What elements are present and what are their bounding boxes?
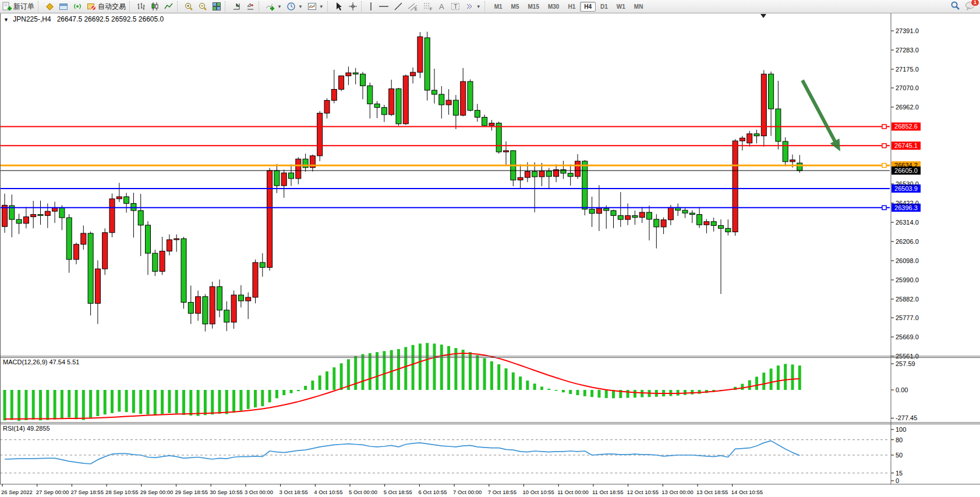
toolbar-separator [129,1,133,12]
candle [66,218,72,260]
collapse-triangle-icon[interactable]: ▼ [3,17,9,23]
vertical-line-button[interactable] [366,1,376,12]
candle [2,205,8,227]
candle [504,151,509,152]
text-button[interactable]: A [436,1,448,12]
candle [289,173,294,179]
svg-text:28 Sep 10:55: 28 Sep 10:55 [105,489,139,495]
tile-windows-button[interactable] [210,1,224,12]
fibonacci-icon: F [423,2,433,11]
svg-text:26530.0: 26530.0 [896,180,919,187]
line-handle[interactable] [882,144,886,148]
periods-button[interactable]: ▼ [284,1,305,12]
candle [797,163,802,171]
zoom-in-button[interactable] [182,1,196,12]
price-badge-label: 26852.6 [894,123,918,130]
svg-text:257.59: 257.59 [896,360,915,367]
chart-shift-button[interactable] [243,1,257,12]
candle [446,100,451,105]
candle [31,215,36,217]
candle [525,172,530,178]
svg-text:27391.0: 27391.0 [896,27,919,34]
horizontal-line-button[interactable] [376,1,391,12]
tab-timeframe-mn[interactable]: MN [630,2,648,12]
text-label-icon: T [451,2,460,11]
tab-timeframe-h4[interactable]: H4 [580,2,596,12]
svg-text:3 Oct 00:00: 3 Oct 00:00 [245,489,273,495]
templates-button[interactable]: ▼ [305,1,326,12]
crosshair-button[interactable] [346,1,360,12]
svg-text:25882.0: 25882.0 [896,296,919,303]
zoom-out-button[interactable] [196,1,210,12]
rsi-indicator-label: RSI(14) 49.2855 [3,425,50,432]
bar-chart-button[interactable] [134,1,148,12]
toolbar-separator [225,1,228,12]
tab-timeframe-w1[interactable]: W1 [613,2,629,12]
candle [532,172,537,177]
candle [754,134,759,136]
candle [518,178,523,180]
candle [632,215,638,217]
tab-timeframe-m15[interactable]: M15 [524,2,543,12]
search-icon[interactable] [950,1,960,12]
trendline-button[interactable] [391,1,405,12]
tab-timeframe-m5[interactable]: M5 [507,2,523,12]
chart-info-line[interactable]: ▼ JPN225-,H4 26647.5 26692.5 26592.5 266… [3,15,164,23]
trend-arrow-annotation[interactable] [802,80,840,151]
chart-shift-marker[interactable] [760,14,766,18]
candle [217,287,222,310]
notifications-chat-button[interactable]: 1 [965,1,975,12]
candle [253,262,258,297]
candle [453,100,458,115]
line-handle[interactable] [882,205,886,210]
terminal-button[interactable] [56,1,70,12]
zoom-in-icon [184,2,193,11]
price-badge-label: 26745.1 [894,142,918,149]
candle [246,297,251,301]
horizontal-line-icon [378,2,389,11]
autotrading-button[interactable]: 自动交易 [84,1,128,12]
tab-timeframe-d1[interactable]: D1 [596,2,612,12]
equidistant-channel-button[interactable]: E [405,1,420,12]
metaeditor-button[interactable] [43,1,56,12]
new-order-button[interactable]: 新订单 [0,1,37,12]
tab-timeframe-h1[interactable]: H1 [564,2,579,12]
ohlc-values: 26647.5 26692.5 26592.5 26605.0 [57,15,164,23]
svg-text:0: 0 [896,477,899,484]
svg-text:F: F [430,7,432,11]
toolbar-separator [484,1,488,12]
fibonacci-button[interactable]: F [420,1,436,12]
cursor-button[interactable] [332,1,346,12]
arrows-button[interactable]: ▼ [462,1,483,12]
line-handle[interactable] [882,164,886,168]
price-axis: 27391.027283.027175.027070.026962.026530… [891,27,919,484]
candle [711,222,716,226]
candle [654,219,659,227]
tab-timeframe-m1[interactable]: M1 [490,2,507,12]
candle [539,171,544,177]
line-handle[interactable] [882,125,886,129]
candle [374,104,380,108]
candle [704,222,709,225]
svg-text:30 Sep 10:55: 30 Sep 10:55 [210,489,243,495]
text-icon: A [438,2,446,11]
candle [74,244,79,260]
tab-timeframe-m30[interactable]: M30 [544,2,563,12]
signals-button[interactable] [70,1,84,12]
svg-text:27283.0: 27283.0 [896,47,919,54]
svg-text:3 Oct 18:55: 3 Oct 18:55 [280,489,308,495]
text-label-button[interactable]: T [448,1,462,12]
auto-scroll-button[interactable] [229,1,243,12]
timeframe-toolbar: M1M5M15M30H1H4D1W1MN [490,2,648,12]
svg-text:T: T [454,3,458,10]
candlestick-chart-button[interactable] [148,1,162,12]
price-chart-canvas[interactable]: 26852.626745.126634.226605.026503.926396… [0,0,980,497]
arrows-icon [465,2,474,11]
candle [196,297,201,314]
svg-text:-277.45: -277.45 [896,414,917,421]
indicators-button[interactable]: ▼ [263,1,284,12]
candle [353,73,358,74]
main-toolbar: 新订单 自动交易 [0,0,980,13]
line-chart-button[interactable] [162,1,176,12]
candle [296,159,301,179]
